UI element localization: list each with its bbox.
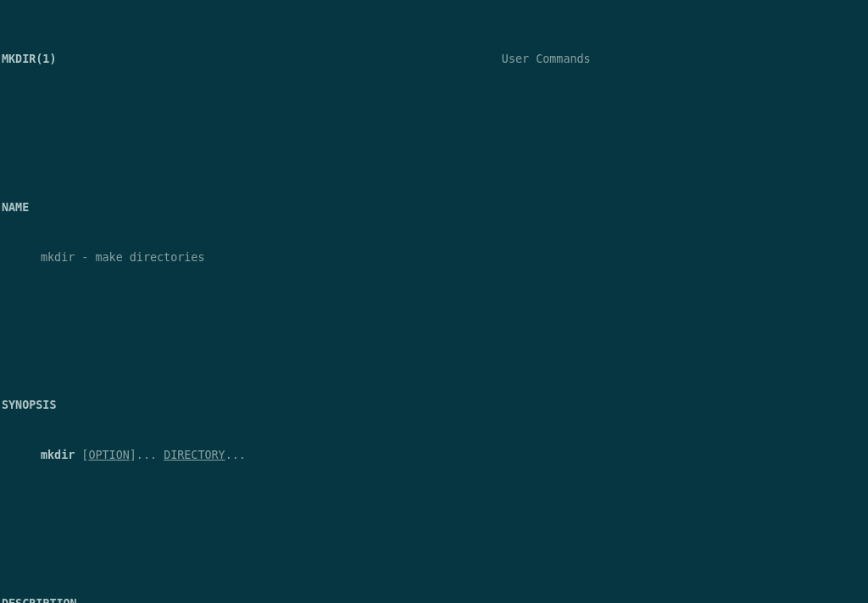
section-synopsis-line: mkdir [OPTION]... DIRECTORY...	[0, 447, 868, 463]
man-header: MKDIR(1) User Commands	[0, 49, 868, 67]
man-page-viewport[interactable]: MKDIR(1) User Commands NAME mkdir - make…	[0, 0, 868, 603]
synopsis-opt-open: [	[75, 449, 88, 461]
man-header-left: MKDIR(1)	[2, 51, 57, 67]
section-name-text: mkdir - make directories	[0, 249, 868, 265]
section-synopsis-heading: SYNOPSIS	[0, 397, 868, 413]
section-name-heading: NAME	[0, 199, 868, 215]
synopsis-trail: ...	[225, 449, 246, 461]
man-header-center: User Commands	[57, 51, 867, 67]
synopsis-option-arg: OPTION	[88, 449, 129, 461]
synopsis-directory-arg: DIRECTORY	[164, 449, 225, 461]
section-description-heading: DESCRIPTION	[0, 595, 868, 603]
synopsis-cmd: mkdir	[41, 449, 75, 461]
synopsis-opt-close: ]...	[130, 449, 164, 461]
